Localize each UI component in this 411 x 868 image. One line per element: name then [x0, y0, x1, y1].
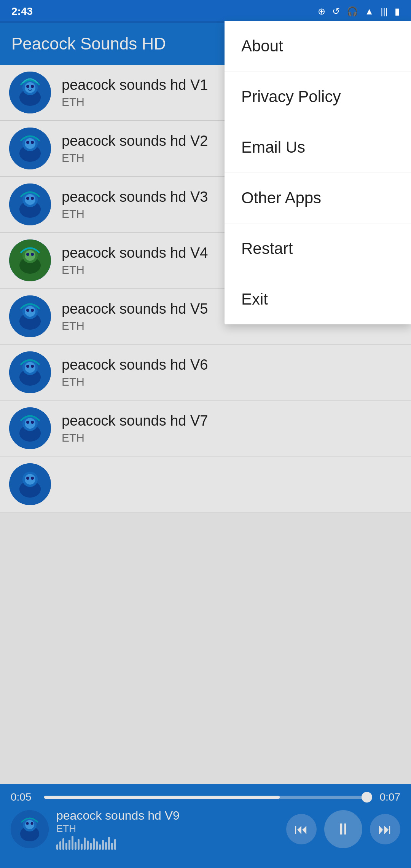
bars-icon: |||	[381, 6, 388, 17]
dropdown-menu: About Privacy Policy Email Us Other Apps…	[225, 21, 411, 324]
menu-item-restart[interactable]: Restart	[225, 223, 411, 274]
menu-item-privacy[interactable]: Privacy Policy	[225, 72, 411, 122]
sync-icon: ↺	[332, 6, 340, 17]
location-icon: ⊕	[318, 6, 325, 17]
menu-item-email[interactable]: Email Us	[225, 122, 411, 173]
menu-item-other[interactable]: Other Apps	[225, 173, 411, 223]
battery-icon: ▮	[395, 6, 400, 17]
menu-item-exit[interactable]: Exit	[225, 274, 411, 324]
signal-icon: ▲	[365, 6, 374, 17]
status-time: 2:43	[11, 5, 33, 18]
headphone-icon: 🎧	[347, 6, 358, 17]
status-bar: 2:43 ⊕ ↺ 🎧 ▲ ||| ▮	[0, 0, 411, 23]
status-icons: ⊕ ↺ 🎧 ▲ ||| ▮	[318, 6, 400, 17]
menu-item-about[interactable]: About	[225, 21, 411, 72]
